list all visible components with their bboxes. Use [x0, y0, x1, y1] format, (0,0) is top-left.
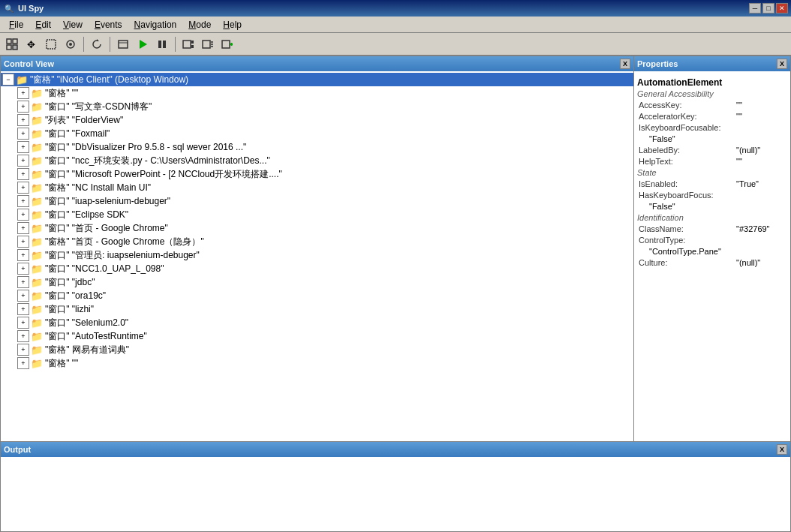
toolbar-remove-btn[interactable]: [218, 36, 236, 53]
folder-icon: 📁: [31, 209, 43, 221]
tree-item[interactable]: +📁"窗口" "Microsoft PowerPoint - [2 NCClou…: [1, 167, 633, 181]
menu-help[interactable]: Help: [217, 18, 248, 32]
props-value: "": [736, 157, 742, 166]
toolbar-target-btn[interactable]: [3, 36, 21, 53]
tree-item-label: "窗格" "首页 - Google Chrome（隐身）": [45, 236, 204, 248]
tree-expand-btn[interactable]: +: [17, 290, 29, 302]
menu-edit[interactable]: Edit: [29, 18, 57, 32]
tree-item[interactable]: +📁"窗口" "iuap-selenium-debuger": [1, 194, 633, 208]
toolbar-pause-btn[interactable]: [153, 36, 171, 53]
svg-marker-8: [97, 39, 99, 41]
tree-expand-btn[interactable]: +: [17, 155, 29, 167]
output-close-btn[interactable]: X: [777, 444, 787, 455]
tree-expand-btn[interactable]: −: [2, 74, 14, 86]
menu-mode[interactable]: Mode: [182, 18, 217, 32]
tree-expand-btn[interactable]: +: [17, 236, 29, 248]
toolbar-focus-btn[interactable]: [62, 36, 80, 53]
tree-item[interactable]: +📁"窗格" "": [1, 356, 633, 370]
output-panel: Output X: [0, 442, 791, 532]
control-view-tree[interactable]: −📁"窗格" "iNode Client" (Desktop Window)+📁…: [1, 71, 633, 441]
tree-expand-btn[interactable]: +: [17, 330, 29, 342]
tree-item[interactable]: +📁"窗口" "Eclipse SDK": [1, 208, 633, 221]
svg-rect-16: [191, 45, 194, 48]
tree-item[interactable]: +📁"窗格" "首页 - Google Chrome（隐身）": [1, 235, 633, 248]
tree-item[interactable]: +📁"窗口" "jdbc": [1, 275, 633, 289]
tree-item-label: "窗口" "iuap-selenium-debuger": [45, 195, 170, 208]
tree-item[interactable]: +📁"窗口" "写文章-CSDN博客": [1, 100, 633, 113]
tree-expand-btn[interactable]: +: [17, 182, 29, 194]
tree-expand-btn[interactable]: +: [17, 128, 29, 140]
tree-item[interactable]: +📁"窗口" "Selenium2.0": [1, 316, 633, 329]
tree-item[interactable]: +📁"窗口" "ncc_环境安装.py - C:\Users\Administr…: [1, 154, 633, 167]
tree-item[interactable]: +📁"列表" "FolderView": [1, 113, 633, 127]
tree-item[interactable]: +📁"窗口" "首页 - Google Chrome": [1, 221, 633, 235]
title-bar-buttons: ─ □ ✕: [749, 3, 788, 14]
properties-close-btn[interactable]: X: [777, 59, 787, 69]
toolbar-refresh-btn[interactable]: [88, 36, 106, 53]
tree-item[interactable]: +📁"窗口" "NCC1.0_UAP_L_098": [1, 262, 633, 275]
properties-title: Properties: [637, 59, 678, 68]
toolbar-window-btn[interactable]: [114, 36, 132, 53]
control-view-title: Control View: [4, 59, 54, 68]
tree-expand-btn[interactable]: +: [17, 317, 29, 329]
panels-row: Control View X −📁"窗格" "iNode Client" (De…: [0, 56, 791, 442]
tree-expand-btn[interactable]: +: [17, 101, 29, 113]
minimize-button[interactable]: ─: [749, 3, 761, 14]
menu-navigation[interactable]: Navigation: [128, 18, 183, 32]
tree-item-label: "窗口" "NCC1.0_UAP_L_098": [45, 263, 164, 275]
tree-expand-btn[interactable]: +: [17, 168, 29, 180]
folder-icon: 📁: [31, 155, 43, 167]
tree-expand-btn[interactable]: +: [17, 114, 29, 126]
toolbar-select-btn[interactable]: [42, 36, 60, 53]
folder-icon: 📁: [31, 101, 43, 113]
props-row: ControlType:: [637, 235, 787, 245]
tree-expand-btn[interactable]: +: [17, 141, 29, 153]
props-key: LabeledBy:: [639, 146, 736, 155]
tree-item[interactable]: +📁"窗口" "DbVisualizer Pro 9.5.8 - sql wev…: [1, 140, 633, 154]
toolbar-add-btn[interactable]: [199, 36, 217, 53]
control-view-close-btn[interactable]: X: [620, 59, 630, 69]
tree-expand-btn[interactable]: +: [17, 357, 29, 369]
folder-icon: 📁: [31, 196, 43, 207]
window-close-button[interactable]: ✕: [776, 3, 788, 14]
tree-expand-btn[interactable]: +: [17, 344, 29, 356]
tree-expand-btn[interactable]: +: [17, 222, 29, 234]
props-value: "False": [649, 134, 675, 143]
props-container: AutomationElementGeneral AccessibilityAc…: [634, 71, 790, 441]
tree-item[interactable]: −📁"窗格" "iNode Client" (Desktop Window): [1, 73, 633, 86]
tree-item-label: "窗格" "NC Install Main UI": [45, 182, 151, 194]
maximize-button[interactable]: □: [762, 3, 774, 14]
tree-item-label: "窗口" "Microsoft PowerPoint - [2 NCCloud开…: [45, 168, 282, 181]
tree-expand-btn[interactable]: +: [17, 209, 29, 221]
menu-view[interactable]: View: [57, 18, 89, 32]
tree-expand-btn[interactable]: +: [17, 249, 29, 261]
menu-events[interactable]: Events: [89, 18, 128, 32]
folder-icon: 📁: [31, 304, 43, 315]
menu-file[interactable]: File: [3, 18, 29, 32]
properties-header: Properties X: [634, 56, 790, 71]
svg-text:✥: ✥: [27, 39, 35, 50]
tree-expand-btn[interactable]: +: [17, 303, 29, 315]
tree-item[interactable]: +📁"窗口" "Foxmail": [1, 127, 633, 140]
tree-item-label: "窗口" "写文章-CSDN博客": [45, 101, 152, 113]
tree-expand-btn[interactable]: +: [17, 195, 29, 207]
toolbar-record-btn[interactable]: [179, 36, 197, 53]
folder-icon: 📁: [31, 277, 43, 288]
tree-item[interactable]: +📁"窗格" 网易有道词典": [1, 343, 633, 356]
tree-item[interactable]: +📁"窗格" "": [1, 86, 633, 100]
toolbar-play-btn[interactable]: [134, 36, 152, 53]
tree-item[interactable]: +📁"窗口" "ora19c": [1, 289, 633, 302]
output-title: Output: [4, 445, 31, 454]
tree-item[interactable]: +📁"窗口" "管理员: iuapselenium-debuger": [1, 248, 633, 262]
tree-expand-btn[interactable]: +: [17, 276, 29, 288]
tree-item[interactable]: +📁"窗口" "AutoTestRuntime": [1, 329, 633, 343]
props-key: AcceleratorKey:: [639, 112, 736, 121]
tree-item[interactable]: +📁"窗口" "lizhi": [1, 302, 633, 316]
svg-rect-2: [7, 45, 11, 50]
menu-bar: File Edit View Events Navigation Mode He…: [0, 17, 791, 33]
tree-item[interactable]: +📁"窗格" "NC Install Main UI": [1, 181, 633, 194]
toolbar-move-btn[interactable]: ✥: [23, 36, 41, 53]
svg-rect-0: [7, 39, 11, 44]
tree-expand-btn[interactable]: +: [17, 87, 29, 99]
tree-expand-btn[interactable]: +: [17, 263, 29, 275]
